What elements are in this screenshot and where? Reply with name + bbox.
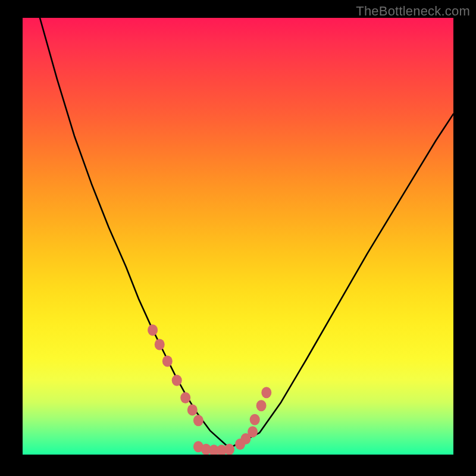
chart-frame: TheBottleneck.com bbox=[0, 0, 476, 476]
plot-area bbox=[23, 18, 453, 455]
marker-dot bbox=[250, 414, 260, 425]
marker-dot bbox=[256, 400, 267, 411]
marker-dot bbox=[155, 339, 165, 350]
marker-dot bbox=[224, 444, 234, 455]
marker-dot bbox=[172, 375, 182, 386]
marker-dot bbox=[162, 355, 173, 367]
watermark-text: TheBottleneck.com bbox=[356, 4, 470, 19]
bottleneck-curve bbox=[40, 18, 453, 448]
marker-dot bbox=[187, 405, 198, 416]
marker-dot bbox=[180, 392, 190, 403]
marker-group bbox=[148, 324, 271, 455]
curve-svg bbox=[23, 18, 453, 455]
marker-dot bbox=[261, 387, 271, 398]
marker-dot bbox=[193, 415, 203, 426]
marker-dot bbox=[248, 426, 258, 437]
marker-dot bbox=[148, 324, 158, 336]
